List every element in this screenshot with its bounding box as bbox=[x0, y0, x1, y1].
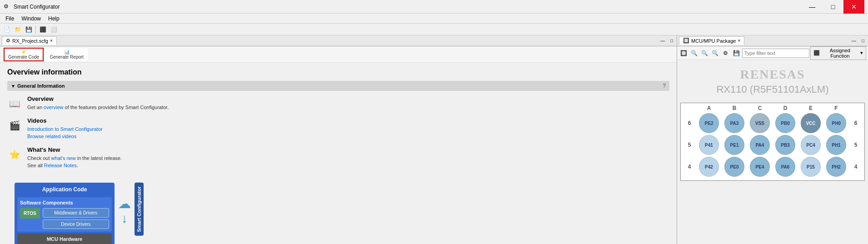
renesas-logo: RENESAS bbox=[740, 67, 805, 82]
browse-videos-link[interactable]: Browse related videos bbox=[27, 134, 76, 139]
pin-PB0[interactable]: PB0 bbox=[775, 113, 795, 133]
project-tab[interactable]: ⚙ RX_Project.scfg × bbox=[2, 36, 57, 45]
pin-PH2[interactable]: PH2 bbox=[826, 157, 846, 177]
whats-new-link[interactable]: what's new bbox=[51, 155, 76, 161]
mcu-package-tab[interactable]: 🔲 MCU/MPU Package × bbox=[679, 36, 744, 45]
whats-new-info-item: ⭐ What's New Check out what's new in the… bbox=[7, 146, 669, 169]
mcu-tool-1[interactable]: 🔲 bbox=[679, 48, 688, 58]
right-panel-maximize[interactable]: □ bbox=[860, 38, 866, 44]
toolbar-open[interactable]: 📁 bbox=[13, 25, 23, 35]
row-label-left-6: 6 bbox=[683, 120, 696, 126]
generate-code-button[interactable]: ⚡ Generate Code bbox=[4, 48, 44, 61]
pin-P41[interactable]: P41 bbox=[699, 135, 719, 155]
pin-cell: PH2 bbox=[823, 157, 849, 177]
menu-file[interactable]: File bbox=[2, 15, 18, 23]
overview-info-content: Overview Get an overview of the features… bbox=[27, 95, 169, 111]
main-toolbar: 📄 📁 💾 ⬛ ⬜ bbox=[0, 24, 868, 35]
filter-input[interactable] bbox=[742, 49, 809, 58]
whats-new-text: Check out what's new in the latest relea… bbox=[27, 155, 122, 169]
intro-video-link[interactable]: Introduction to Smart Configurator bbox=[27, 126, 103, 132]
row-label-right-6: 6 bbox=[849, 120, 863, 126]
whats-new-heading: What's New bbox=[27, 146, 122, 153]
panel-maximize-btn[interactable]: □ bbox=[668, 38, 675, 44]
release-notes-link[interactable]: Release Notes bbox=[44, 163, 77, 168]
generate-code-icon: ⚡ bbox=[21, 50, 26, 55]
pin-PH0[interactable]: PH0 bbox=[826, 113, 846, 133]
toolbar-expand[interactable]: ⬜ bbox=[49, 25, 59, 35]
pin-col-label-B: B bbox=[722, 105, 747, 111]
mcu-tool-2[interactable]: 🔍 bbox=[689, 48, 699, 58]
app-icon: ⚙ bbox=[4, 3, 11, 10]
pin-P15[interactable]: P15 bbox=[801, 157, 821, 177]
tab-close-btn[interactable]: × bbox=[50, 38, 53, 43]
window-controls: — □ ✕ bbox=[802, 0, 864, 14]
minimize-button[interactable]: — bbox=[802, 0, 823, 14]
maximize-button[interactable]: □ bbox=[823, 0, 843, 14]
pin-PC4[interactable]: PC4 bbox=[801, 135, 821, 155]
download-arrow: ☁ ↓ bbox=[118, 196, 131, 226]
mcu-tool-4[interactable]: 🔍 bbox=[710, 48, 720, 58]
left-tab-bar: ⚙ RX_Project.scfg × — □ bbox=[0, 35, 677, 46]
app-code-label: Application Code bbox=[15, 184, 114, 195]
menu-window[interactable]: Window bbox=[18, 15, 45, 23]
pin-P42[interactable]: P42 bbox=[699, 157, 719, 177]
menu-help[interactable]: Help bbox=[45, 15, 63, 23]
videos-info-content: Videos Introduction to Smart Configurato… bbox=[27, 117, 103, 140]
close-button[interactable]: ✕ bbox=[843, 0, 864, 14]
whats-new-icon: ⭐ bbox=[7, 147, 22, 162]
toolbar-separator-1 bbox=[35, 25, 36, 34]
panel-minimize-btn[interactable]: — bbox=[658, 38, 667, 44]
pin-PE4[interactable]: PE4 bbox=[750, 157, 770, 177]
rtos-box: RTOS bbox=[20, 208, 40, 219]
pin-PH1[interactable]: PH1 bbox=[826, 135, 846, 155]
assigned-fn-icon: ⬛ bbox=[813, 50, 820, 56]
mcu-tool-3[interactable]: 🔍 bbox=[700, 48, 709, 58]
pin-cell: PB0 bbox=[773, 113, 798, 133]
toolbar-restore[interactable]: ⬛ bbox=[38, 25, 48, 35]
pin-PA3[interactable]: PA3 bbox=[724, 113, 744, 133]
pin-VSS[interactable]: VSS bbox=[750, 113, 770, 133]
toolbar-new[interactable]: 📄 bbox=[2, 25, 12, 35]
dev-drivers-box: Device Drivers bbox=[43, 219, 109, 229]
mcu-model: RX110 (R5F51101AxLM) bbox=[716, 84, 828, 95]
main-container: ⚙ RX_Project.scfg × — □ ⚡ Generate Code … bbox=[0, 35, 868, 244]
assigned-function-button[interactable]: ⬛ Assigned Function ▾ bbox=[810, 46, 866, 60]
generate-report-button[interactable]: 📊 Generate Report bbox=[45, 48, 88, 61]
overview-info-item: 📖 Overview Get an overview of the featur… bbox=[7, 95, 669, 111]
generate-code-label: Generate Code bbox=[8, 55, 39, 60]
pin-cell: P41 bbox=[696, 135, 722, 155]
mcu-tab-icon: 🔲 bbox=[683, 38, 689, 44]
toolbar-save[interactable]: 💾 bbox=[24, 25, 34, 35]
overview-heading: Overview bbox=[27, 95, 169, 102]
pin-VCC[interactable]: VCC bbox=[801, 113, 821, 133]
panel-controls: — □ bbox=[658, 38, 675, 44]
pin-cell: PB3 bbox=[773, 135, 798, 155]
help-button[interactable]: ? bbox=[663, 83, 666, 89]
tab-icon: ⚙ bbox=[6, 38, 10, 44]
pin-cell: PH0 bbox=[823, 113, 849, 133]
pin-rows-container: 6PE2PA3VSSPB0VCCPH065P41PE1PA4PB3PC4PH15… bbox=[683, 113, 863, 177]
right-panel-toolbar: 🔲 🔍 🔍 🔍 ⚙ 💾 ⬛ Assigned Function ▾ bbox=[677, 46, 868, 60]
overview-link[interactable]: overview bbox=[44, 105, 63, 110]
pin-PE1[interactable]: PE1 bbox=[724, 135, 744, 155]
down-arrow-icon: ↓ bbox=[121, 211, 128, 226]
sw-components-box: Software Components RTOS Middleware & Dr… bbox=[17, 197, 112, 232]
pin-cell: PH1 bbox=[823, 135, 849, 155]
panel-toolbar: ⚡ Generate Code 📊 Generate Report bbox=[0, 46, 677, 63]
whats-new-info-content: What's New Check out what's new in the l… bbox=[27, 146, 122, 169]
videos-heading: Videos bbox=[27, 117, 103, 124]
left-panel: ⚙ RX_Project.scfg × — □ ⚡ Generate Code … bbox=[0, 35, 677, 244]
smart-configurator-side[interactable]: Smart Configurator bbox=[135, 183, 144, 236]
mcu-tab-close[interactable]: × bbox=[738, 38, 740, 43]
mcu-tool-6[interactable]: 💾 bbox=[732, 48, 741, 58]
pin-PE0[interactable]: PE0 bbox=[724, 157, 744, 177]
diagram-wrapper: Application Code Software Components RTO… bbox=[15, 183, 662, 244]
mcu-tab-label: MCU/MPU Package bbox=[691, 38, 736, 44]
pin-PE2[interactable]: PE2 bbox=[699, 113, 719, 133]
right-panel-minimize[interactable]: — bbox=[850, 38, 858, 44]
pin-PA4[interactable]: PA4 bbox=[750, 135, 770, 155]
pin-PB3[interactable]: PB3 bbox=[775, 135, 795, 155]
pin-PA6[interactable]: PA6 bbox=[775, 157, 795, 177]
mcu-tool-5[interactable]: ⚙ bbox=[721, 48, 730, 58]
pin-cell: PA4 bbox=[747, 135, 773, 155]
